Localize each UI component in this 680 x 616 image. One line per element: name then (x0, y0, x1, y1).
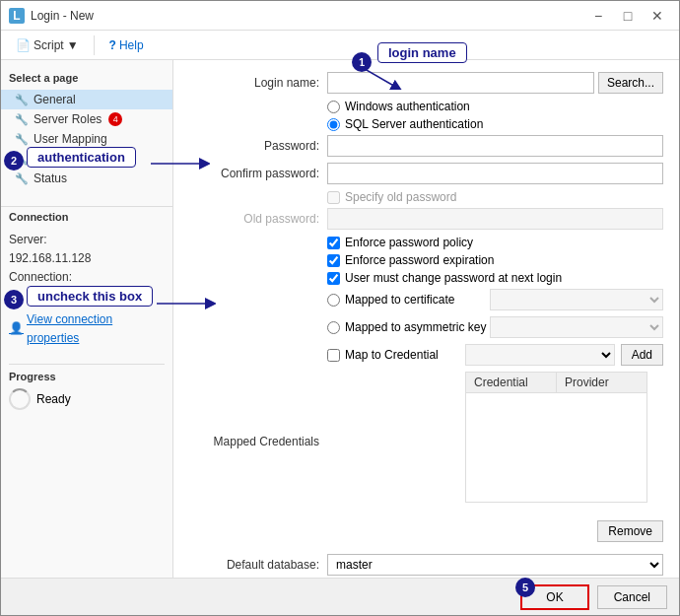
sql-auth-radio[interactable] (327, 118, 340, 131)
sidebar-item-securables[interactable]: 🔧 Securables (1, 149, 172, 169)
specify-old-password-checkbox (327, 191, 340, 204)
server-value: 192.168.11.128 (9, 251, 91, 265)
credentials-table-container: Credential Provider (327, 372, 663, 511)
connection-link-label: View connection properties (27, 310, 165, 348)
add-button[interactable]: Add (621, 344, 663, 366)
mapped-asym-label: Mapped to asymmetric key (345, 320, 490, 334)
default-database-row: Default database: master (189, 554, 663, 576)
sidebar-item-user-mapping[interactable]: 🔧 User Mapping (1, 129, 172, 149)
login-name-input[interactable] (327, 72, 594, 94)
default-database-label: Default database: (189, 558, 327, 572)
securables-icon: 🔧 (15, 153, 29, 166)
enforce-expiration-label: Enforce password expiration (345, 253, 494, 267)
script-icon: 📄 (16, 38, 31, 52)
cancel-button[interactable]: Cancel (597, 585, 667, 609)
windows-auth-radio[interactable] (327, 101, 340, 113)
minimize-button[interactable]: − (584, 5, 612, 27)
title-bar: L Login - New − □ ✕ (1, 1, 679, 31)
sidebar-status-label: Status (34, 171, 67, 185)
sidebar-item-server-roles[interactable]: 🔧 Server Roles 4 (1, 109, 172, 129)
bottom-bar: OK Cancel (1, 578, 679, 615)
connection-value: sa (9, 290, 22, 304)
search-button[interactable]: Search... (598, 72, 663, 94)
windows-auth-label: Windows authentication (345, 100, 470, 113)
mapped-credentials-label: Mapped Credentials (189, 435, 327, 448)
progress-section: Progress Ready (1, 360, 172, 414)
help-icon: ? (109, 38, 116, 52)
spinner-icon (9, 388, 31, 410)
credential-row: Map to Credential Add (327, 344, 663, 366)
help-button[interactable]: ? Help (102, 34, 151, 56)
sidebar-user-mapping-label: User Mapping (34, 132, 107, 146)
progress-status: Ready (9, 388, 165, 410)
connection-section-title: Connection (1, 206, 172, 227)
sql-auth-label: SQL Server authentication (345, 117, 483, 131)
script-dropdown-icon: ▼ (67, 38, 79, 52)
mapped-cert-radio[interactable] (327, 294, 340, 307)
server-roles-icon: 🔧 (15, 113, 29, 126)
password-input[interactable] (327, 135, 663, 157)
old-password-row: Old password: (189, 208, 663, 230)
connection-info: Server: 192.168.11.128 Connection: sa 👤 … (1, 227, 172, 352)
credentials-table-header: Credential Provider (466, 373, 646, 393)
remove-btn-row: Remove (327, 516, 663, 546)
connection-label: Connection: (9, 270, 72, 284)
sidebar-bottom: Connection Server: 192.168.11.128 Connec… (1, 200, 172, 414)
password-label: Password: (189, 139, 327, 153)
enforce-policy-label: Enforce password policy (345, 236, 473, 249)
sidebar-section-title: Select a page (1, 68, 172, 90)
badge-4: 4 (108, 112, 122, 126)
enforce-policy-checkbox[interactable] (327, 237, 340, 249)
title-bar-left: L Login - New (9, 8, 94, 24)
window-icon: L (9, 8, 25, 24)
status-icon: 🔧 (15, 172, 29, 185)
connection-link-icon: 👤 (9, 319, 24, 338)
credential-col-header: Credential (466, 373, 557, 392)
view-connection-link[interactable]: 👤 View connection properties (9, 310, 165, 348)
confirm-password-input[interactable] (327, 163, 663, 184)
mapped-asym-select[interactable] (490, 316, 663, 338)
old-password-input (327, 208, 663, 230)
login-name-label: Login name: (189, 76, 327, 90)
progress-ready-label: Ready (36, 392, 71, 406)
mapped-cert-label: Mapped to certificate (345, 293, 490, 307)
sidebar-item-general[interactable]: 🔧 General (1, 90, 172, 109)
confirm-password-label: Confirm password: (189, 167, 327, 180)
sidebar: Select a page 🔧 General 🔧 Server Roles 4… (1, 60, 173, 578)
enforce-expiration-checkbox[interactable] (327, 254, 340, 267)
sidebar-general-label: General (34, 93, 76, 106)
mapped-asym-row: Mapped to asymmetric key (327, 316, 663, 338)
main-content: Select a page 🔧 General 🔧 Server Roles 4… (1, 60, 679, 578)
window: L Login - New − □ ✕ 📄 Script ▼ ? Help Se… (0, 0, 680, 616)
sidebar-securables-label: Securables (34, 152, 93, 166)
title-bar-buttons: − □ ✕ (584, 5, 671, 27)
script-button[interactable]: 📄 Script ▼ (9, 34, 86, 56)
remove-button[interactable]: Remove (597, 520, 663, 542)
user-must-change-checkbox[interactable] (327, 272, 340, 285)
close-button[interactable]: ✕ (644, 5, 671, 27)
mapped-credentials-section: Mapped Credentials Credential Provider (189, 372, 663, 511)
login-name-row: Login name: Search... (189, 72, 663, 94)
map-credential-checkbox[interactable] (327, 349, 340, 362)
sidebar-item-status[interactable]: 🔧 Status (1, 169, 172, 188)
mapped-cert-row: Mapped to certificate (327, 289, 663, 310)
wrench-icon: 🔧 (15, 94, 29, 106)
credentials-table-body (466, 393, 646, 502)
mapped-cert-select[interactable] (490, 289, 663, 310)
confirm-password-row: Confirm password: (189, 163, 663, 184)
user-must-change-row: User must change password at next login (327, 271, 663, 285)
user-must-change-label: User must change password at next login (345, 271, 562, 285)
ok-button[interactable]: OK (520, 584, 588, 610)
user-mapping-icon: 🔧 (15, 133, 29, 146)
maximize-button[interactable]: □ (614, 5, 642, 27)
password-row: Password: (189, 135, 663, 157)
old-password-label: Old password: (189, 212, 327, 226)
form-area: Login name: Search... Windows authentica… (173, 60, 679, 578)
window-title: Login - New (31, 9, 94, 23)
credential-select[interactable] (465, 344, 615, 366)
mapped-asym-radio[interactable] (327, 321, 340, 334)
sidebar-server-roles-label: Server Roles (34, 112, 102, 126)
map-credential-label: Map to Credential (345, 348, 461, 362)
enforce-policy-row: Enforce password policy (327, 236, 663, 249)
default-database-select[interactable]: master (327, 554, 663, 576)
